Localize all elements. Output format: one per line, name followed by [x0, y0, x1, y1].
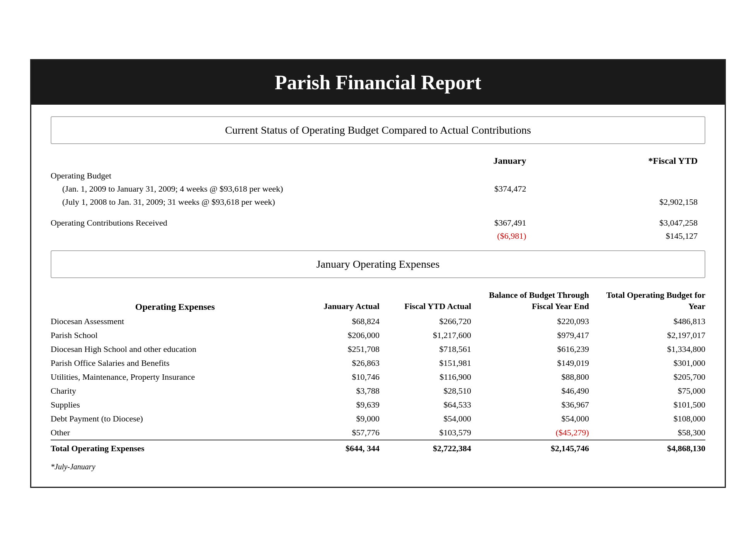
expense-name: Charity — [51, 384, 300, 398]
expense-row: Parish School $206,000 $1,217,600 $979,4… — [51, 328, 705, 342]
expense-total: $301,000 — [601, 356, 705, 370]
expense-ytd: $28,510 — [391, 384, 483, 398]
expense-balance: $979,417 — [483, 328, 601, 342]
expense-total: $1,334,800 — [601, 342, 705, 356]
expense-balance: $46,490 — [483, 384, 601, 398]
expense-ytd: $64,533 — [391, 398, 483, 412]
expenses-section: Operating Expenses January Actual Fiscal… — [51, 290, 705, 455]
expense-jan: $68,824 — [300, 314, 391, 328]
expenses-col-balance: Balance of Budget Through Fiscal Year En… — [483, 290, 601, 314]
expense-name: Debt Payment (to Diocese) — [51, 412, 300, 426]
expense-row: Other $57,776 $103,579 ($45,279) $58,300 — [51, 426, 705, 440]
expense-jan: $9,639 — [300, 398, 391, 412]
expense-total: $58,300 — [601, 426, 705, 440]
expense-row: Debt Payment (to Diocese) $9,000 $54,000… — [51, 412, 705, 426]
expense-row: Parish Office Salaries and Benefits $26,… — [51, 356, 705, 370]
expense-total: $101,500 — [601, 398, 705, 412]
expenses-col-jan: January Actual — [300, 290, 391, 314]
operating-budget-table: January *Fiscal YTD Operating Budget (Ja… — [51, 156, 705, 243]
expense-balance: $616,239 — [483, 342, 601, 356]
expense-jan: $57,776 — [300, 426, 391, 440]
diff-jan: ($6,981) — [411, 229, 542, 243]
expense-name: Supplies — [51, 398, 300, 412]
expense-ytd: $151,981 — [391, 356, 483, 370]
expenses-col-total: Total Operating Budget for Year — [601, 290, 705, 314]
expense-name: Other — [51, 426, 300, 440]
budget-row2: (July 1, 2008 to Jan. 31, 2009; 31 weeks… — [51, 195, 705, 209]
report-title: Parish Financial Report — [47, 71, 709, 94]
expenses-col-ytd: Fiscal YTD Actual — [391, 290, 483, 314]
expense-jan: $251,708 — [300, 342, 391, 356]
expense-row: Diocesan High School and other education… — [51, 342, 705, 356]
budget-row1-jan: $374,472 — [411, 182, 542, 195]
budget-row2-label: (July 1, 2008 to Jan. 31, 2009; 31 weeks… — [51, 195, 411, 209]
expense-total: $108,000 — [601, 412, 705, 426]
total-jan: $644, 344 — [300, 440, 391, 455]
expense-balance: $54,000 — [483, 412, 601, 426]
budget-label-row: Operating Budget — [51, 169, 705, 182]
footnote: *July-January — [51, 462, 705, 471]
expense-balance: $220,093 — [483, 314, 601, 328]
expense-row: Utilities, Maintenance, Property Insuran… — [51, 370, 705, 384]
spacer-row — [51, 209, 705, 216]
content-area: Current Status of Operating Budget Compa… — [31, 105, 725, 486]
expenses-table: Operating Expenses January Actual Fiscal… — [51, 290, 705, 455]
expense-name: Utilities, Maintenance, Property Insuran… — [51, 370, 300, 384]
expense-ytd: $266,720 — [391, 314, 483, 328]
contributions-row: Operating Contributions Received $367,49… — [51, 216, 705, 229]
contributions-label: Operating Contributions Received — [51, 216, 411, 229]
expense-ytd: $718,561 — [391, 342, 483, 356]
expenses-total-row: Total Operating Expenses $644, 344 $2,72… — [51, 440, 705, 455]
col-header-january: January — [411, 156, 542, 169]
diff-row: ($6,981) $145,127 — [51, 229, 705, 243]
expense-ytd: $1,217,600 — [391, 328, 483, 342]
section2-box: January Operating Expenses — [51, 250, 705, 278]
expense-name: Diocesan High School and other education — [51, 342, 300, 356]
budget-row1-label: (Jan. 1, 2009 to January 31, 2009; 4 wee… — [51, 182, 411, 195]
col-header-ytd: *Fiscal YTD — [541, 156, 705, 169]
expense-ytd: $103,579 — [391, 426, 483, 440]
section1-title: Current Status of Operating Budget Compa… — [63, 124, 693, 136]
budget-row1: (Jan. 1, 2009 to January 31, 2009; 4 wee… — [51, 182, 705, 195]
budget-row2-ytd: $2,902,158 — [541, 195, 705, 209]
operating-budget-label: Operating Budget — [51, 169, 411, 182]
expense-total: $2,197,017 — [601, 328, 705, 342]
expense-balance: $88,800 — [483, 370, 601, 384]
expense-balance: $149,019 — [483, 356, 601, 370]
total-balance: $2,145,746 — [483, 440, 601, 455]
report-container: Parish Financial Report Current Status o… — [30, 59, 726, 488]
total-total: $4,868,130 — [601, 440, 705, 455]
expense-jan: $3,788 — [300, 384, 391, 398]
expense-total: $486,813 — [601, 314, 705, 328]
expense-name: Parish School — [51, 328, 300, 342]
section1-box: Current Status of Operating Budget Compa… — [51, 116, 705, 144]
expenses-col-name: Operating Expenses — [51, 290, 300, 314]
expenses-header-row: Operating Expenses January Actual Fiscal… — [51, 290, 705, 314]
expense-name: Diocesan Assessment — [51, 314, 300, 328]
diff-ytd: $145,127 — [541, 229, 705, 243]
expense-jan: $26,863 — [300, 356, 391, 370]
expense-row: Supplies $9,639 $64,533 $36,967 $101,500 — [51, 398, 705, 412]
expense-name: Parish Office Salaries and Benefits — [51, 356, 300, 370]
expense-jan: $9,000 — [300, 412, 391, 426]
expense-balance: ($45,279) — [483, 426, 601, 440]
report-header: Parish Financial Report — [31, 60, 725, 105]
expense-row: Charity $3,788 $28,510 $46,490 $75,000 — [51, 384, 705, 398]
section2-title: January Operating Expenses — [63, 258, 693, 270]
expense-balance: $36,967 — [483, 398, 601, 412]
expense-jan: $10,746 — [300, 370, 391, 384]
total-ytd: $2,722,384 — [391, 440, 483, 455]
expense-total: $205,700 — [601, 370, 705, 384]
total-label: Total Operating Expenses — [51, 440, 300, 455]
expense-row: Diocesan Assessment $68,824 $266,720 $22… — [51, 314, 705, 328]
expense-ytd: $54,000 — [391, 412, 483, 426]
expense-ytd: $116,900 — [391, 370, 483, 384]
expense-total: $75,000 — [601, 384, 705, 398]
expense-jan: $206,000 — [300, 328, 391, 342]
contributions-jan: $367,491 — [411, 216, 542, 229]
contributions-ytd: $3,047,258 — [541, 216, 705, 229]
